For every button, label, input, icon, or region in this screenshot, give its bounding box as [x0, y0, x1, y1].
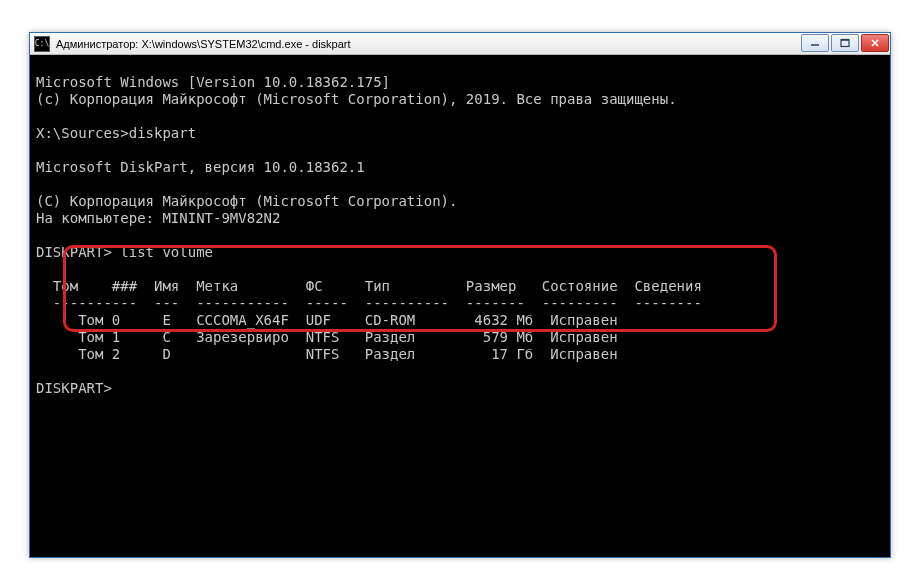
output-line: (C) Корпорация Майкрософт (Microsoft Cor…: [36, 193, 457, 209]
prompt-line: DISKPART>: [36, 380, 112, 396]
cmd-window: C:\ Администратор: X:\windows\SYSTEM32\c…: [29, 32, 891, 558]
output-line: (c) Корпорация Майкрософт (Microsoft Cor…: [36, 91, 677, 107]
table-row: Том 2 D NTFS Раздел 17 Гб Исправен: [36, 346, 618, 362]
close-button[interactable]: [861, 34, 889, 52]
table-row: Том 0 E CCCOMA_X64F UDF CD-ROM 4632 Мб И…: [36, 312, 618, 328]
titlebar[interactable]: C:\ Администратор: X:\windows\SYSTEM32\c…: [30, 33, 890, 55]
maximize-button[interactable]: [831, 34, 859, 52]
output-line: Microsoft DiskPart, версия 10.0.18362.1: [36, 159, 365, 175]
prompt-line: DISKPART> list volume: [36, 244, 213, 260]
cmd-icon: C:\: [34, 36, 50, 52]
table-divider: ---------- --- ----------- ----- -------…: [36, 295, 702, 311]
window-title: Администратор: X:\windows\SYSTEM32\cmd.e…: [54, 38, 799, 50]
table-row: Том 1 C Зарезервиро NTFS Раздел 579 Мб И…: [36, 329, 618, 345]
output-line: Microsoft Windows [Version 10.0.18362.17…: [36, 74, 390, 90]
table-header: Том ### Имя Метка ФС Тип Размер Состояни…: [36, 278, 702, 294]
minimize-button[interactable]: [801, 34, 829, 52]
prompt-line: X:\Sources>diskpart: [36, 125, 196, 141]
terminal-output[interactable]: Microsoft Windows [Version 10.0.18362.17…: [30, 55, 890, 557]
output-line: На компьютере: MININT-9MV82N2: [36, 210, 280, 226]
window-controls: [799, 33, 890, 54]
